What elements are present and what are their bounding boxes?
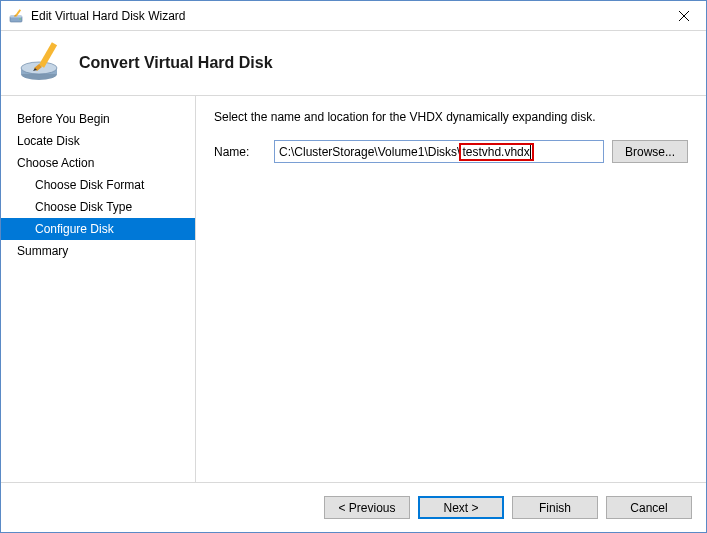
disk-wizard-icon bbox=[19, 40, 65, 86]
sidebar-item-configure-disk[interactable]: Configure Disk bbox=[1, 218, 195, 240]
wizard-header: Convert Virtual Hard Disk bbox=[1, 31, 706, 96]
name-input[interactable]: C:\ClusterStorage\Volume1\Disks\testvhd.… bbox=[274, 140, 604, 163]
wizard-footer: < Previous Next > Finish Cancel bbox=[1, 482, 706, 532]
wizard-window: Edit Virtual Hard Disk Wizard Convert Vi… bbox=[0, 0, 707, 533]
titlebar: Edit Virtual Hard Disk Wizard bbox=[1, 1, 706, 31]
wizard-body: Before You Begin Locate Disk Choose Acti… bbox=[1, 96, 706, 482]
wizard-sidebar: Before You Begin Locate Disk Choose Acti… bbox=[1, 96, 196, 482]
sidebar-item-choose-disk-format[interactable]: Choose Disk Format bbox=[1, 174, 195, 196]
instruction-text: Select the name and location for the VHD… bbox=[214, 110, 688, 124]
previous-button[interactable]: < Previous bbox=[324, 496, 410, 519]
cancel-button[interactable]: Cancel bbox=[606, 496, 692, 519]
sidebar-item-before-you-begin[interactable]: Before You Begin bbox=[1, 108, 195, 130]
sidebar-item-summary[interactable]: Summary bbox=[1, 240, 195, 262]
path-filename-highlight: testvhd.vhdx bbox=[459, 143, 533, 161]
svg-point-2 bbox=[19, 18, 21, 20]
browse-button[interactable]: Browse... bbox=[612, 140, 688, 163]
page-title: Convert Virtual Hard Disk bbox=[79, 54, 273, 72]
wizard-content: Select the name and location for the VHD… bbox=[196, 96, 706, 482]
path-prefix: C:\ClusterStorage\Volume1\Disks\ bbox=[279, 145, 460, 159]
window-title: Edit Virtual Hard Disk Wizard bbox=[31, 9, 661, 23]
name-row: Name: C:\ClusterStorage\Volume1\Disks\te… bbox=[214, 140, 688, 163]
sidebar-item-choose-disk-type[interactable]: Choose Disk Type bbox=[1, 196, 195, 218]
sidebar-item-choose-action[interactable]: Choose Action bbox=[1, 152, 195, 174]
finish-button[interactable]: Finish bbox=[512, 496, 598, 519]
name-label: Name: bbox=[214, 145, 274, 159]
close-button[interactable] bbox=[661, 1, 706, 30]
sidebar-item-locate-disk[interactable]: Locate Disk bbox=[1, 130, 195, 152]
app-icon bbox=[9, 8, 25, 24]
close-icon bbox=[679, 11, 689, 21]
next-button[interactable]: Next > bbox=[418, 496, 504, 519]
text-caret bbox=[530, 145, 531, 159]
